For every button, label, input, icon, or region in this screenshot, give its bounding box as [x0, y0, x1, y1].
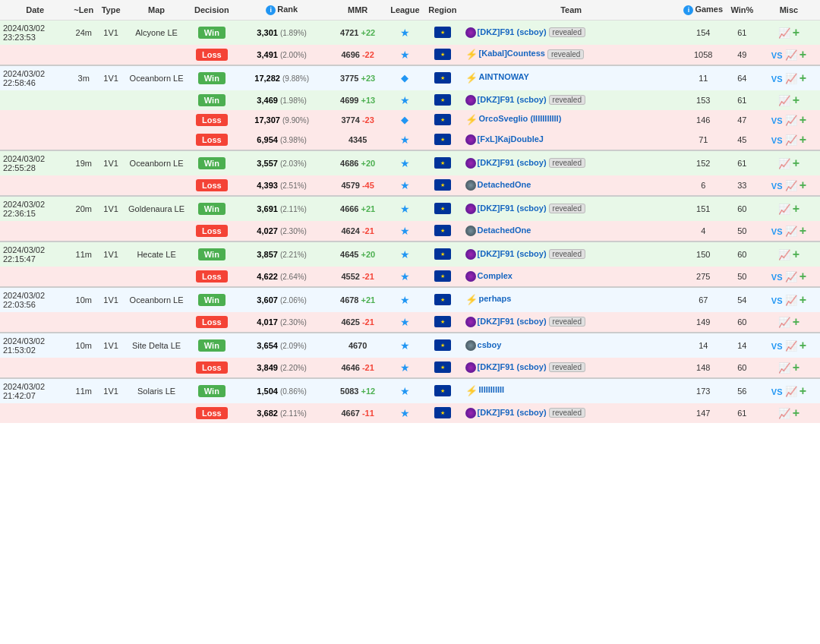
- mmr-delta: +12: [361, 387, 376, 396]
- star-league-icon: ★: [400, 94, 410, 106]
- mmr-value: 4645: [340, 250, 358, 259]
- team-cell: DetachedOne: [462, 175, 680, 196]
- team-name[interactable]: [DKZ]F91 (scboy): [478, 27, 547, 36]
- rank-cell: 4,017 (2.30%): [235, 312, 329, 333]
- team-name[interactable]: perhaps: [479, 295, 512, 304]
- chart-icon[interactable]: 📈: [778, 317, 790, 328]
- team-name[interactable]: AINTNOWAY: [479, 73, 529, 82]
- team-name[interactable]: DetachedOne: [478, 180, 531, 189]
- type-cell: [97, 90, 125, 110]
- revealed-badge: revealed: [549, 95, 585, 105]
- team-name[interactable]: [Kabal]Countess: [479, 49, 545, 58]
- win-pct-cell: 49: [727, 45, 758, 65]
- add-button[interactable]: +: [800, 293, 806, 306]
- header-rank[interactable]: iRank: [235, 0, 329, 20]
- add-button[interactable]: +: [793, 202, 800, 215]
- vs-button[interactable]: VS: [771, 74, 783, 84]
- chart-icon[interactable]: 📈: [785, 180, 797, 191]
- team-name[interactable]: [DKZ]F91 (scboy): [478, 249, 547, 258]
- chart-icon[interactable]: 📈: [785, 271, 797, 283]
- chart-icon[interactable]: 📈: [785, 73, 797, 84]
- team-name[interactable]: OrcoSveglio (IIIIIIIIIII): [479, 115, 562, 124]
- date-value: 2024/03/02: [3, 24, 45, 33]
- add-button[interactable]: +: [800, 270, 806, 283]
- mmr-value: 4579: [341, 181, 359, 190]
- team-cell: Complex: [462, 267, 680, 287]
- chart-icon[interactable]: 📈: [785, 226, 797, 237]
- add-button[interactable]: +: [800, 339, 806, 352]
- eu-flag-icon: [434, 225, 451, 236]
- vs-button[interactable]: VS: [771, 182, 783, 191]
- team-name[interactable]: [DKZ]F91 (scboy): [478, 317, 547, 326]
- misc-cell: VS 📈 +: [758, 45, 820, 65]
- league-cell: ★: [387, 267, 424, 287]
- vs-button[interactable]: VS: [771, 273, 783, 282]
- chart-icon[interactable]: 📈: [778, 27, 790, 39]
- chart-icon[interactable]: 📈: [785, 295, 797, 306]
- chart-icon[interactable]: 📈: [778, 362, 790, 374]
- chart-icon[interactable]: 📈: [778, 95, 790, 106]
- team-name[interactable]: csboy: [478, 340, 502, 349]
- add-button[interactable]: +: [793, 248, 800, 260]
- map-cell: [125, 312, 188, 333]
- team-name[interactable]: [DKZ]F91 (scboy): [478, 158, 547, 167]
- add-button[interactable]: +: [800, 71, 806, 84]
- vs-button[interactable]: VS: [771, 136, 783, 145]
- team-name[interactable]: [DKZ]F91 (scboy): [478, 95, 547, 104]
- games-label: Games: [695, 5, 723, 14]
- add-button[interactable]: +: [793, 406, 800, 419]
- win-pct-cell: 64: [727, 65, 758, 90]
- header-games: iGames: [680, 0, 727, 20]
- chart-icon[interactable]: 📈: [785, 340, 797, 352]
- vs-button[interactable]: VS: [771, 227, 783, 236]
- team-name[interactable]: [DKZ]F91 (scboy): [478, 408, 547, 417]
- add-button[interactable]: +: [793, 361, 800, 374]
- team-name[interactable]: Complex: [478, 271, 512, 280]
- league-cell: ★: [387, 45, 424, 65]
- chart-icon[interactable]: 📈: [785, 134, 797, 146]
- team-name[interactable]: [DKZ]F91 (scboy): [478, 362, 547, 371]
- header-team: Team: [462, 0, 680, 20]
- len-cell: [70, 110, 97, 130]
- revealed-badge: revealed: [549, 317, 585, 327]
- chart-icon[interactable]: 📈: [778, 249, 790, 260]
- decision-cell: Win: [188, 333, 235, 358]
- league-cell: ★: [387, 358, 424, 378]
- header-len: ~Len: [70, 0, 97, 20]
- add-button[interactable]: +: [800, 224, 806, 237]
- mmr-value: 4699: [340, 96, 358, 105]
- eu-flag-icon: [434, 407, 451, 418]
- vs-button[interactable]: VS: [771, 51, 783, 60]
- chart-icon[interactable]: 📈: [785, 386, 797, 397]
- vs-button[interactable]: VS: [771, 342, 783, 351]
- team-name[interactable]: [FxL]KajDoubleJ: [478, 134, 544, 144]
- add-button[interactable]: +: [793, 26, 800, 39]
- chart-icon[interactable]: 📈: [785, 115, 797, 126]
- revealed-badge: revealed: [547, 49, 584, 59]
- decision-cell: Loss: [188, 130, 235, 150]
- add-button[interactable]: +: [800, 113, 806, 126]
- vs-button[interactable]: VS: [771, 296, 783, 305]
- league-cell: ★: [387, 175, 424, 196]
- team-name[interactable]: DetachedOne: [478, 226, 531, 235]
- add-button[interactable]: +: [793, 93, 800, 106]
- team-name[interactable]: IIIIIIIIIII: [479, 386, 505, 395]
- chart-icon[interactable]: 📈: [778, 408, 790, 419]
- add-button[interactable]: +: [800, 384, 806, 397]
- rank-cell: 4,027 (2.30%): [235, 221, 329, 242]
- add-button[interactable]: +: [793, 315, 800, 328]
- chart-icon[interactable]: 📈: [785, 49, 797, 61]
- vs-button[interactable]: VS: [771, 116, 783, 125]
- chart-icon[interactable]: 📈: [778, 204, 790, 215]
- vs-button[interactable]: VS: [771, 387, 783, 396]
- team-name[interactable]: [DKZ]F91 (scboy): [478, 204, 547, 213]
- rank-value: 3,469: [257, 96, 278, 105]
- decision-cell: Loss: [188, 45, 235, 65]
- add-button[interactable]: +: [793, 156, 800, 169]
- star-league-icon: ★: [400, 157, 410, 169]
- add-button[interactable]: +: [800, 48, 806, 61]
- type-cell: [97, 403, 125, 423]
- add-button[interactable]: +: [800, 133, 806, 146]
- add-button[interactable]: +: [800, 178, 806, 191]
- chart-icon[interactable]: 📈: [778, 158, 790, 169]
